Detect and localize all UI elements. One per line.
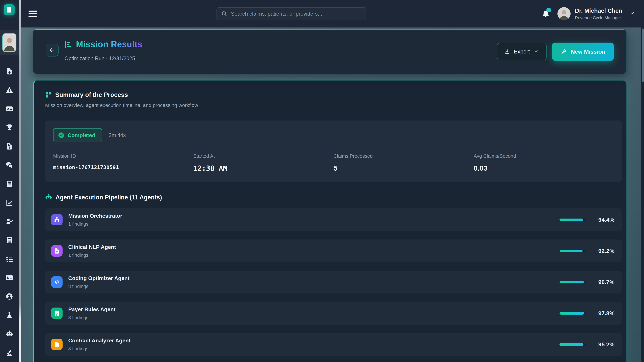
svg-text:$: $ bbox=[8, 146, 10, 149]
file-contract-icon bbox=[51, 339, 62, 350]
user-name: Dr. Michael Chen bbox=[575, 7, 622, 14]
agent-findings: 3 findings bbox=[68, 315, 560, 320]
agent-name: Contract Analyzer Agent bbox=[68, 338, 560, 344]
list-check-icon[interactable] bbox=[6, 255, 13, 263]
file-plus-icon[interactable] bbox=[6, 67, 13, 75]
menu-toggle-button[interactable] bbox=[28, 9, 38, 18]
agent-confidence-bar-fill bbox=[560, 312, 584, 315]
rocket-icon bbox=[561, 48, 567, 55]
page-title: Mission Results bbox=[76, 39, 142, 49]
id-card-icon[interactable] bbox=[6, 274, 13, 282]
trophy-icon[interactable] bbox=[6, 124, 13, 131]
file-invoice-dollar-icon[interactable]: $ bbox=[6, 142, 13, 150]
notification-unread-dot bbox=[546, 8, 551, 12]
money-check-icon[interactable]: $ bbox=[6, 105, 13, 113]
file-plus-icon bbox=[51, 245, 62, 257]
mission-status-card: Completed 2m 44s Mission ID mission-1767… bbox=[45, 120, 622, 182]
stat-claims-processed: Claims Processed 5 bbox=[334, 153, 474, 172]
summary-subtitle: Mission overview, agent execution timeli… bbox=[45, 102, 622, 108]
chart-bars-icon bbox=[64, 40, 72, 48]
topbar: Dr. Michael Chen Revenue Cycle Manager bbox=[21, 0, 644, 27]
mission-duration: 2m 44s bbox=[109, 132, 126, 138]
agent-findings: 1 findings bbox=[68, 253, 560, 258]
sidebar-profile-avatar[interactable] bbox=[2, 33, 16, 52]
sidebar-scrollbar-thumb[interactable] bbox=[19, 0, 21, 362]
status-badge-label: Completed bbox=[68, 132, 95, 138]
user-check-icon[interactable] bbox=[6, 218, 13, 225]
sidebar-scrollbar[interactable] bbox=[18, 0, 21, 362]
page-title-row: Mission Results bbox=[64, 39, 142, 49]
agent-confidence-bar-fill bbox=[560, 281, 584, 283]
sidebar-nav: $$ bbox=[0, 67, 18, 362]
building-icon bbox=[51, 308, 62, 319]
flask-icon[interactable] bbox=[6, 311, 13, 319]
agent-name: Mission Orchestrator bbox=[68, 213, 560, 219]
agent-confidence-value: 92.2% bbox=[589, 248, 614, 254]
user-info[interactable]: Dr. Michael Chen Revenue Cycle Manager bbox=[575, 7, 622, 20]
stat-mission-id: Mission ID mission-1767121730591 bbox=[53, 153, 193, 172]
agent-row[interactable]: Clinical NLP Agent 1 findings 92.2% bbox=[45, 240, 622, 262]
code-icon bbox=[51, 276, 62, 288]
agent-confidence-bar bbox=[560, 281, 585, 283]
microscope-icon[interactable] bbox=[6, 349, 13, 357]
page-scrollbar-thumb[interactable] bbox=[642, 28, 644, 82]
person-photo-icon bbox=[558, 7, 570, 20]
agent-row[interactable]: Contract Analyzer Agent 3 findings 95.2% bbox=[45, 333, 622, 356]
agent-row[interactable]: Mission Orchestrator 1 findings 94.4% bbox=[45, 208, 622, 231]
user-role: Revenue Cycle Manager bbox=[575, 15, 622, 20]
agent-findings: 3 findings bbox=[68, 284, 560, 289]
calculator-icon[interactable] bbox=[6, 180, 13, 188]
user-avatar[interactable] bbox=[558, 7, 570, 20]
summary-section-head: Summary of the Process bbox=[45, 91, 622, 98]
mission-results-header-card: Mission Results Optimization Run - 12/31… bbox=[33, 29, 626, 74]
agent-name: Payer Rules Agent bbox=[68, 306, 560, 313]
back-button[interactable] bbox=[46, 44, 58, 56]
user-menu-button[interactable] bbox=[629, 10, 635, 17]
agent-confidence-value: 95.2% bbox=[589, 341, 614, 348]
agent-row[interactable]: Coding Optimizer Agent 3 findings 96.7% bbox=[45, 271, 622, 294]
agent-confidence-value: 94.4% bbox=[589, 217, 614, 223]
agent-confidence-value: 97.8% bbox=[589, 310, 614, 317]
agent-confidence-bar bbox=[560, 250, 585, 252]
agent-findings: 1 findings bbox=[68, 221, 560, 227]
comments-icon[interactable] bbox=[6, 161, 13, 169]
page-scrollbar[interactable] bbox=[641, 27, 644, 362]
search-input[interactable] bbox=[231, 11, 362, 17]
agent-name: Coding Optimizer Agent bbox=[68, 275, 560, 281]
agent-findings: 3 findings bbox=[68, 346, 560, 352]
robot-icon bbox=[45, 194, 52, 201]
gradient-accent-bar bbox=[33, 29, 626, 30]
person-photo-icon bbox=[3, 34, 16, 52]
mission-stats-grid: Mission ID mission-1767121730591 Started… bbox=[53, 153, 614, 172]
robot-icon[interactable] bbox=[6, 330, 13, 338]
sidebar: $$ bbox=[0, 0, 21, 362]
agent-confidence-bar bbox=[560, 219, 585, 221]
agent-confidence-bar-fill bbox=[560, 250, 582, 252]
app-logo[interactable] bbox=[4, 4, 14, 15]
header-actions: Export New Mission bbox=[497, 43, 614, 60]
agent-confidence-value: 96.7% bbox=[589, 279, 614, 285]
pipeline-section-head: Agent Execution Pipeline (11 Agents) bbox=[45, 194, 622, 201]
export-button[interactable]: Export bbox=[497, 43, 546, 60]
status-badge: Completed bbox=[53, 128, 102, 142]
chart-line-icon[interactable] bbox=[6, 199, 13, 206]
notifications-button[interactable] bbox=[542, 9, 550, 18]
page-subtitle: Optimization Run - 12/31/2025 bbox=[64, 55, 135, 61]
global-search[interactable] bbox=[216, 7, 366, 20]
new-mission-button[interactable]: New Mission bbox=[552, 42, 614, 61]
stat-avg-claims-second: Avg Claims/Second 0.03 bbox=[474, 153, 614, 172]
calculator-icon[interactable] bbox=[6, 236, 13, 244]
summary-card: Summary of the Process Mission overview,… bbox=[33, 80, 626, 362]
triangle-alert-icon[interactable] bbox=[6, 86, 13, 94]
agent-name: Clinical NLP Agent bbox=[68, 244, 560, 250]
chevron-down-icon bbox=[629, 10, 635, 16]
export-button-label: Export bbox=[514, 48, 530, 55]
agent-row[interactable]: Payer Rules Agent 3 findings 97.8% bbox=[45, 302, 622, 325]
download-icon bbox=[504, 49, 510, 54]
chevron-down-icon bbox=[534, 49, 539, 54]
circle-user-icon[interactable] bbox=[6, 293, 13, 300]
agent-confidence-bar bbox=[560, 343, 585, 346]
stat-started-at: Started At 12:38 AM bbox=[193, 153, 334, 172]
svg-text:$: $ bbox=[7, 108, 8, 110]
summary-title: Summary of the Process bbox=[55, 91, 128, 98]
